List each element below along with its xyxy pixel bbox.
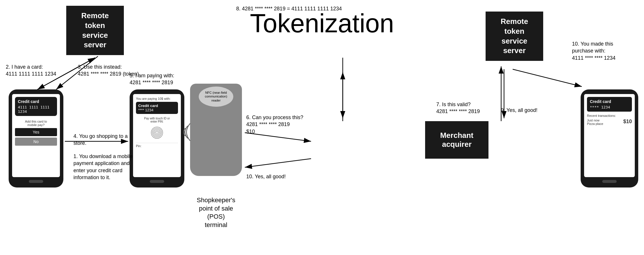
phone-middle-home-button bbox=[150, 180, 164, 183]
token-server-left: Remote token service server bbox=[66, 6, 124, 55]
token-server-right: Remote token service server bbox=[486, 12, 543, 61]
annotation-7: 7. Is this valid? 4281 **** **** 2819 bbox=[436, 101, 480, 115]
svg-line-15 bbox=[513, 69, 582, 87]
nfc-body: NFC (near-fieldcommunication)reader bbox=[190, 84, 242, 176]
annotation-10-right: 10. You made thispurchase with:4111 ****… bbox=[572, 40, 635, 61]
annotation-8: 8. 4281 **** **** 2819 = 4111 1111 1111 … bbox=[236, 5, 342, 12]
annotation-9: 9. Yes, all good! bbox=[501, 107, 537, 114]
nfc-terminal: NFC (near-fieldcommunication)reader bbox=[190, 84, 242, 187]
svg-line-12 bbox=[245, 159, 311, 167]
annotation-10-left: 10. Yes, all good! bbox=[246, 173, 286, 180]
annotation-5: 5. I am paying with: 4281 **** **** 2819 bbox=[130, 72, 174, 86]
phone-home-button bbox=[29, 180, 43, 183]
nfc-label: NFC (near-fieldcommunication)reader bbox=[199, 87, 233, 107]
phone-left: Credit card 4111 1111 1111 1234 Add this… bbox=[9, 89, 63, 187]
transactions-section: Recent transactions: Just now Pizza plac… bbox=[587, 114, 632, 125]
fingerprint-icon bbox=[136, 125, 178, 140]
annotation-1: 1. You download a mobilepayment applicat… bbox=[73, 153, 134, 181]
diagram-container: Tokenization Remote token service server… bbox=[0, 0, 644, 255]
phone-right-screen: Credit card **** 1234 Recent transaction… bbox=[584, 94, 635, 177]
phone-right-home-button bbox=[602, 180, 617, 183]
merchant-acquirer-box: Merchant acquirer bbox=[425, 121, 488, 159]
pay-header: You are paying 10$ with: bbox=[136, 97, 178, 100]
pin-label: Pin: bbox=[136, 143, 178, 148]
phone-middle-screen: You are paying 10$ with: Credit card ***… bbox=[133, 94, 181, 177]
page-title: Tokenization bbox=[250, 9, 394, 38]
svg-point-4 bbox=[151, 127, 163, 138]
svg-point-1 bbox=[155, 130, 159, 135]
pos-label: Shopkeeper'spoint of sale (POS)terminal bbox=[190, 196, 242, 229]
pay-card: Credit card **** 1234 bbox=[136, 102, 178, 114]
no-button[interactable]: No bbox=[15, 138, 57, 146]
card-question: Add this card tomobile pay? bbox=[15, 120, 57, 127]
phone-middle: You are paying 10$ with: Credit card ***… bbox=[130, 89, 184, 187]
svg-point-0 bbox=[156, 132, 158, 134]
phone-right: Credit card **** 1234 Recent transaction… bbox=[581, 89, 638, 187]
svg-point-3 bbox=[152, 128, 162, 137]
right-credit-card: Credit card **** 1234 bbox=[587, 97, 632, 112]
phone-left-screen: Credit card 4111 1111 1111 1234 Add this… bbox=[12, 94, 60, 177]
left-credit-card: Credit card 4111 1111 1111 1234 bbox=[15, 97, 57, 116]
annotation-2: 2. I have a card: 4111 1111 1111 1234 bbox=[6, 63, 56, 78]
pay-touch-text: Pay with touch ID orenter PIN: bbox=[136, 117, 178, 123]
annotation-6: 6. Can you process this? 4281 **** **** … bbox=[246, 114, 303, 135]
annotation-4: 4. You go shopping to a store. bbox=[73, 133, 128, 147]
nfc-waves-icon bbox=[181, 121, 193, 144]
transaction-row: Just now Pizza place $10 bbox=[587, 119, 632, 125]
yes-button[interactable]: Yes bbox=[15, 128, 57, 136]
